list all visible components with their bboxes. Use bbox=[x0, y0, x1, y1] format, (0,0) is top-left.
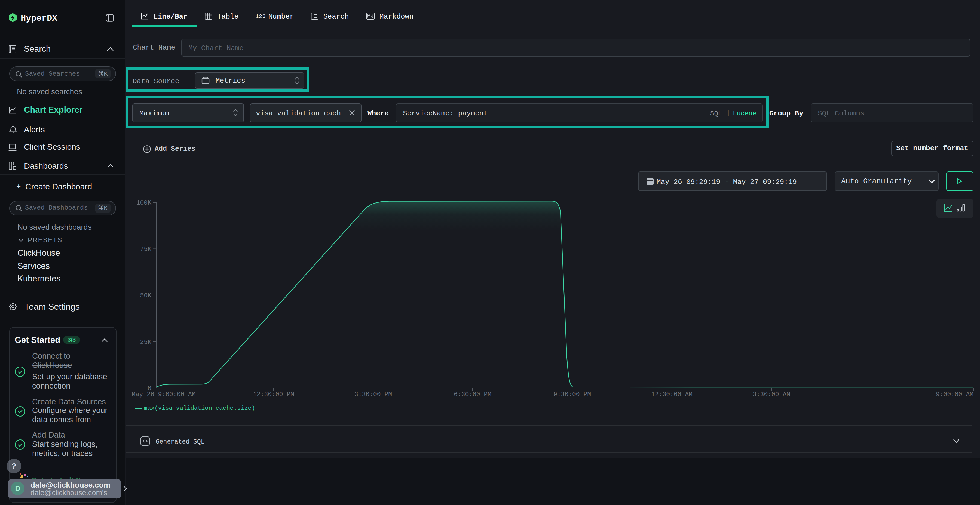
svg-text:9:30:00 PM: 9:30:00 PM bbox=[554, 391, 591, 398]
svg-text:May 26 9:00:00 AM: May 26 9:00:00 AM bbox=[132, 391, 196, 398]
svg-text:50K: 50K bbox=[140, 292, 152, 299]
svg-text:100K: 100K bbox=[136, 199, 151, 206]
svg-text:12:30:00 PM: 12:30:00 PM bbox=[253, 391, 294, 398]
svg-text:3:30:00 AM: 3:30:00 AM bbox=[753, 391, 790, 398]
svg-text:25K: 25K bbox=[140, 339, 152, 346]
svg-text:6:30:00 PM: 6:30:00 PM bbox=[454, 391, 492, 398]
svg-text:75K: 75K bbox=[140, 246, 152, 253]
svg-text:12:30:00 AM: 12:30:00 AM bbox=[651, 391, 692, 398]
svg-text:3:30:00 PM: 3:30:00 PM bbox=[355, 391, 392, 398]
svg-text:9:00:00 AM: 9:00:00 AM bbox=[936, 391, 974, 398]
